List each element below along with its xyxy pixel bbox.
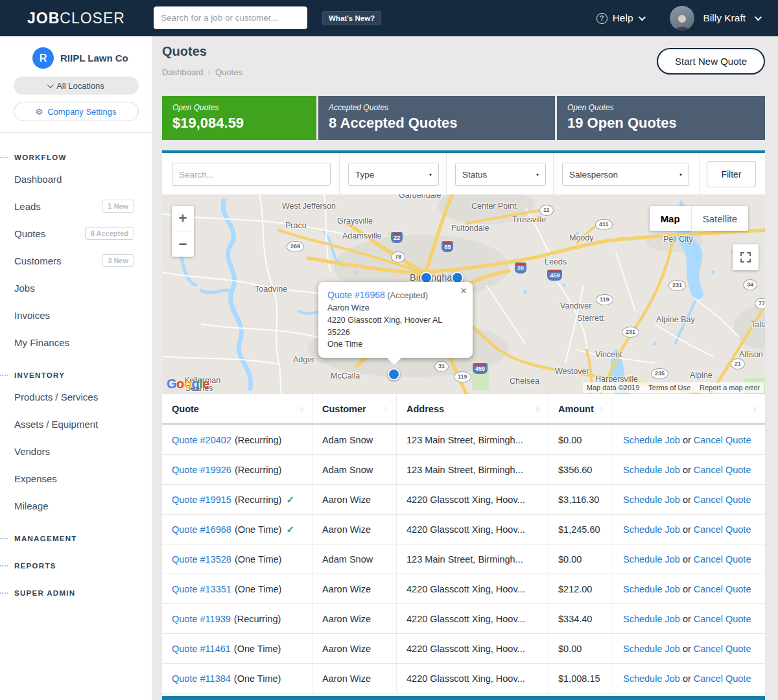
map-view-button[interactable]: Map [650, 206, 692, 231]
sidebar-item-invoices[interactable]: Invoices [0, 301, 152, 329]
sidebar-item-products-services[interactable]: Products / Services [0, 383, 152, 410]
customer-cell: Aaron Wize [312, 604, 396, 633]
schedule-job-link[interactable]: Schedule Job [623, 495, 680, 505]
zoom-out-button[interactable]: − [172, 231, 194, 257]
quote-link[interactable]: Quote #11939 [172, 614, 231, 624]
schedule-job-link[interactable]: Schedule Job [623, 465, 680, 475]
schedule-job-link[interactable]: Schedule Job [623, 554, 680, 565]
section-reports[interactable]: REPORTS [0, 558, 152, 574]
quotes-search-input[interactable] [172, 163, 331, 186]
report-map-error-link[interactable]: Report a map error [700, 384, 760, 391]
cancel-quote-link[interactable]: Cancel Quote [694, 644, 751, 654]
schedule-job-link[interactable]: Schedule Job [623, 584, 680, 594]
table-row: Quote #19926(Recurring) Adam Snow 123 Ma… [162, 454, 765, 484]
whats-new-button[interactable]: What's New? [322, 11, 381, 25]
amount-cell: $1,245.60 [548, 515, 613, 544]
column-header-actions[interactable] [613, 394, 765, 423]
breadcrumb-dashboard[interactable]: Dashboard [162, 67, 204, 77]
column-header-address[interactable]: Address [396, 394, 548, 423]
sidebar-item-mileage[interactable]: Mileage [0, 492, 152, 519]
user-menu[interactable]: Billy Kraft [703, 12, 746, 24]
quote-link[interactable]: Quote #13351 [172, 584, 231, 594]
map-label-town: Vincent [595, 350, 622, 359]
quote-link[interactable]: Quote #11384 [172, 673, 231, 684]
section-management[interactable]: MANAGEMENT [0, 531, 152, 546]
amount-cell: $0.00 [548, 544, 613, 574]
schedule-job-link[interactable]: Schedule Job [623, 435, 680, 445]
route-shield: 77 [755, 298, 765, 309]
chevron-down-icon [47, 82, 54, 88]
stat-value: 8 Accepted Quotes [329, 115, 545, 132]
help-menu[interactable]: ? Help [596, 12, 644, 24]
sidebar-item-leads[interactable]: Leads1 New [0, 192, 152, 220]
all-locations-selector[interactable]: All Locations [14, 76, 139, 95]
map-label-town: West Jefferson [282, 202, 336, 211]
quote-link[interactable]: Quote #16968 [172, 524, 231, 535]
sort-icon[interactable] [299, 405, 303, 412]
sidebar-item-customers[interactable]: Customers3 New [0, 247, 152, 274]
sort-icon[interactable] [535, 405, 539, 412]
close-icon[interactable]: × [460, 285, 467, 296]
quotes-badge: 8 Accepted [85, 227, 134, 240]
column-header-customer[interactable]: Customer [312, 394, 396, 423]
cancel-quote-link[interactable]: Cancel Quote [694, 465, 751, 475]
map-marker[interactable] [388, 368, 400, 380]
sidebar-item-dashboard[interactable]: Dashboard [0, 165, 152, 192]
chevron-down-icon[interactable] [755, 14, 762, 21]
sidebar-item-quotes[interactable]: Quotes8 Accepted [0, 220, 152, 247]
cancel-quote-link[interactable]: Cancel Quote [694, 554, 751, 565]
status-select[interactable]: Status▾ [455, 163, 546, 186]
zoom-in-button[interactable]: + [172, 206, 194, 231]
satellite-view-button[interactable]: Satellite [692, 206, 748, 231]
salesperson-select[interactable]: Salesperson▾ [562, 163, 689, 186]
map-label-town: Vandiver [560, 301, 591, 310]
customer-cell: Adam Snow [312, 425, 396, 454]
route-shield: 231 [622, 327, 639, 338]
quotes-map[interactable]: Gardendale West Jefferson Praco Graysvil… [162, 194, 765, 394]
global-search-input[interactable] [154, 6, 307, 29]
sort-icon[interactable] [599, 405, 603, 412]
customer-cell: Aaron Wize [312, 634, 396, 663]
cancel-quote-link[interactable]: Cancel Quote [694, 584, 751, 594]
sort-icon[interactable] [383, 405, 387, 412]
column-header-quote[interactable]: Quote [162, 394, 312, 423]
sidebar-item-jobs[interactable]: Jobs [0, 274, 152, 301]
start-new-quote-button[interactable]: Start New Quote [657, 48, 765, 75]
table-row: Quote #13351(One Time) Aaron Wize 4220 G… [162, 574, 765, 603]
fullscreen-button[interactable] [733, 244, 759, 270]
table-header-row: Quote Customer Address Amount [162, 394, 765, 425]
terms-of-use-link[interactable]: Terms of Use [648, 384, 690, 391]
cancel-quote-link[interactable]: Cancel Quote [694, 495, 751, 505]
popup-customer: Aaron Wize [327, 302, 464, 314]
company-settings-button[interactable]: ⚙ Company Settings [14, 102, 139, 121]
sidebar-item-expenses[interactable]: Expenses [0, 465, 152, 492]
cancel-quote-link[interactable]: Cancel Quote [694, 673, 751, 684]
quote-link[interactable]: Quote #19915 [172, 495, 231, 505]
quote-link[interactable]: Quote #20402 [172, 435, 231, 445]
schedule-job-link[interactable]: Schedule Job [623, 673, 680, 684]
cancel-quote-link[interactable]: Cancel Quote [694, 614, 751, 624]
quote-link[interactable]: Quote #19926 [172, 465, 231, 475]
quote-link[interactable]: Quote #11461 [172, 644, 231, 654]
route-shield: 119 [454, 371, 471, 382]
schedule-job-link[interactable]: Schedule Job [623, 614, 680, 624]
sidebar-item-my-finances[interactable]: My Finances [0, 329, 152, 356]
route-shield: 119 [596, 294, 613, 305]
column-header-amount[interactable]: Amount [548, 394, 613, 423]
popup-quote-link[interactable]: Quote #16968 [327, 290, 385, 300]
quote-link[interactable]: Quote #13528 [172, 554, 231, 565]
accepted-check-icon: ✓ [286, 494, 294, 506]
sidebar-item-assets-equipment[interactable]: Assets / Equipment [0, 410, 152, 438]
user-avatar[interactable] [670, 6, 694, 30]
section-super-admin[interactable]: SUPER ADMIN [0, 585, 152, 601]
map-label-town: Westover [555, 367, 589, 376]
cancel-quote-link[interactable]: Cancel Quote [694, 524, 751, 535]
sidebar-item-vendors[interactable]: Vendors [0, 438, 152, 465]
type-select[interactable]: Type▾ [348, 163, 439, 186]
filter-button[interactable]: Filter [707, 161, 756, 187]
schedule-job-link[interactable]: Schedule Job [623, 524, 680, 535]
schedule-job-link[interactable]: Schedule Job [623, 644, 680, 654]
cancel-quote-link[interactable]: Cancel Quote [694, 435, 751, 445]
section-workflow: WORKFLOW [0, 150, 152, 165]
sort-icon[interactable] [752, 405, 756, 412]
